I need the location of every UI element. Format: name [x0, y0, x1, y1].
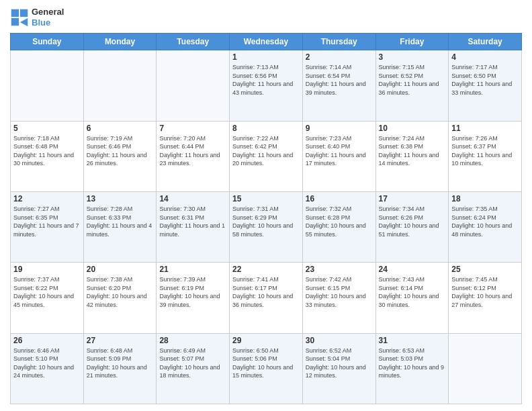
calendar-cell — [83, 50, 157, 121]
logo: General Blue — [10, 7, 64, 28]
day-number: 15 — [232, 194, 300, 203]
day-info: Sunrise: 7:31 AM Sunset: 6:29 PM Dayligh… — [232, 205, 300, 238]
day-info: Sunrise: 7:18 AM Sunset: 6:48 PM Dayligh… — [13, 134, 81, 168]
logo-text: General Blue — [32, 7, 64, 28]
calendar-cell: 8Sunrise: 7:22 AM Sunset: 6:42 PM Daylig… — [230, 121, 303, 191]
day-number: 2 — [306, 52, 373, 62]
calendar-cell: 21Sunrise: 7:39 AM Sunset: 6:19 PM Dayli… — [157, 263, 230, 333]
calendar-table: Sunday Monday Tuesday Wednesday Thursday… — [10, 33, 522, 404]
day-number: 28 — [159, 336, 226, 345]
day-info: Sunrise: 6:49 AM Sunset: 5:07 PM Dayligh… — [159, 347, 226, 380]
day-info: Sunrise: 7:13 AM Sunset: 6:56 PM Dayligh… — [232, 63, 300, 97]
day-number: 9 — [306, 124, 373, 133]
calendar-cell: 24Sunrise: 7:43 AM Sunset: 6:14 PM Dayli… — [375, 263, 449, 333]
day-number: 7 — [159, 124, 226, 133]
calendar-cell: 2Sunrise: 7:14 AM Sunset: 6:54 PM Daylig… — [302, 50, 375, 121]
day-info: Sunrise: 7:37 AM Sunset: 6:22 PM Dayligh… — [13, 275, 81, 309]
calendar-cell: 15Sunrise: 7:31 AM Sunset: 6:29 PM Dayli… — [230, 191, 303, 262]
calendar-cell: 16Sunrise: 7:32 AM Sunset: 6:28 PM Dayli… — [302, 191, 375, 262]
day-number: 19 — [13, 265, 81, 274]
svg-rect-0 — [11, 9, 19, 16]
calendar-cell: 19Sunrise: 7:37 AM Sunset: 6:22 PM Dayli… — [11, 263, 84, 333]
calendar-cell: 30Sunrise: 6:52 AM Sunset: 5:04 PM Dayli… — [302, 333, 375, 404]
day-info: Sunrise: 7:41 AM Sunset: 6:17 PM Dayligh… — [232, 275, 300, 309]
calendar-cell — [157, 50, 230, 121]
calendar-week-3: 12Sunrise: 7:27 AM Sunset: 6:35 PM Dayli… — [11, 191, 522, 262]
day-info: Sunrise: 7:39 AM Sunset: 6:19 PM Dayligh… — [159, 275, 226, 309]
calendar-cell: 13Sunrise: 7:28 AM Sunset: 6:33 PM Dayli… — [83, 191, 157, 262]
calendar-cell: 31Sunrise: 6:53 AM Sunset: 5:03 PM Dayli… — [375, 333, 449, 404]
day-number: 23 — [306, 265, 373, 274]
calendar-header-row: Sunday Monday Tuesday Wednesday Thursday… — [11, 34, 522, 50]
calendar-week-1: 1Sunrise: 7:13 AM Sunset: 6:56 PM Daylig… — [11, 50, 522, 121]
calendar-cell: 14Sunrise: 7:30 AM Sunset: 6:31 PM Dayli… — [157, 191, 230, 262]
day-info: Sunrise: 7:43 AM Sunset: 6:14 PM Dayligh… — [379, 275, 446, 309]
day-number: 27 — [87, 336, 154, 345]
calendar-cell: 1Sunrise: 7:13 AM Sunset: 6:56 PM Daylig… — [230, 50, 303, 121]
calendar-cell: 6Sunrise: 7:19 AM Sunset: 6:46 PM Daylig… — [83, 121, 157, 191]
day-info: Sunrise: 7:27 AM Sunset: 6:35 PM Dayligh… — [13, 205, 81, 238]
day-number: 22 — [232, 265, 300, 274]
col-sunday: Sunday — [11, 34, 84, 50]
day-number: 4 — [451, 52, 519, 62]
calendar-cell: 7Sunrise: 7:20 AM Sunset: 6:44 PM Daylig… — [157, 121, 230, 191]
day-info: Sunrise: 7:24 AM Sunset: 6:38 PM Dayligh… — [379, 134, 446, 168]
calendar-cell: 12Sunrise: 7:27 AM Sunset: 6:35 PM Dayli… — [11, 191, 84, 262]
day-info: Sunrise: 7:34 AM Sunset: 6:26 PM Dayligh… — [379, 205, 446, 238]
day-info: Sunrise: 6:53 AM Sunset: 5:03 PM Dayligh… — [379, 347, 446, 380]
calendar-cell: 28Sunrise: 6:49 AM Sunset: 5:07 PM Dayli… — [157, 333, 230, 404]
day-number: 3 — [379, 52, 446, 62]
day-number: 25 — [451, 265, 519, 274]
day-number: 13 — [87, 194, 154, 203]
svg-rect-1 — [20, 9, 28, 16]
calendar-cell: 10Sunrise: 7:24 AM Sunset: 6:38 PM Dayli… — [375, 121, 449, 191]
day-number: 14 — [159, 194, 226, 203]
day-info: Sunrise: 7:19 AM Sunset: 6:46 PM Dayligh… — [87, 134, 154, 168]
day-info: Sunrise: 7:28 AM Sunset: 6:33 PM Dayligh… — [87, 205, 154, 238]
calendar-cell: 25Sunrise: 7:45 AM Sunset: 6:12 PM Dayli… — [449, 263, 522, 333]
col-saturday: Saturday — [449, 34, 522, 50]
calendar-week-4: 19Sunrise: 7:37 AM Sunset: 6:22 PM Dayli… — [11, 263, 522, 333]
calendar-cell: 29Sunrise: 6:50 AM Sunset: 5:06 PM Dayli… — [230, 333, 303, 404]
day-info: Sunrise: 6:52 AM Sunset: 5:04 PM Dayligh… — [306, 347, 373, 380]
svg-marker-3 — [20, 17, 28, 26]
calendar-cell: 4Sunrise: 7:17 AM Sunset: 6:50 PM Daylig… — [449, 50, 522, 121]
day-info: Sunrise: 7:26 AM Sunset: 6:37 PM Dayligh… — [451, 134, 519, 168]
calendar-cell: 3Sunrise: 7:15 AM Sunset: 6:52 PM Daylig… — [375, 50, 449, 121]
day-info: Sunrise: 7:15 AM Sunset: 6:52 PM Dayligh… — [379, 63, 446, 97]
logo-icon — [10, 8, 29, 27]
day-info: Sunrise: 7:30 AM Sunset: 6:31 PM Dayligh… — [159, 205, 226, 238]
day-number: 29 — [232, 336, 300, 345]
day-info: Sunrise: 7:20 AM Sunset: 6:44 PM Dayligh… — [159, 134, 226, 168]
calendar-cell — [449, 333, 522, 404]
day-number: 30 — [306, 336, 373, 345]
day-info: Sunrise: 7:35 AM Sunset: 6:24 PM Dayligh… — [451, 205, 519, 238]
day-info: Sunrise: 6:48 AM Sunset: 5:09 PM Dayligh… — [87, 347, 154, 380]
day-number: 20 — [87, 265, 154, 274]
col-thursday: Thursday — [302, 34, 375, 50]
header: General Blue — [10, 7, 522, 28]
day-number: 12 — [13, 194, 81, 203]
day-info: Sunrise: 7:42 AM Sunset: 6:15 PM Dayligh… — [306, 275, 373, 309]
calendar-week-5: 26Sunrise: 6:46 AM Sunset: 5:10 PM Dayli… — [11, 333, 522, 404]
day-number: 10 — [379, 124, 446, 133]
day-info: Sunrise: 7:14 AM Sunset: 6:54 PM Dayligh… — [306, 63, 373, 97]
day-info: Sunrise: 6:46 AM Sunset: 5:10 PM Dayligh… — [13, 347, 81, 380]
calendar-cell: 9Sunrise: 7:23 AM Sunset: 6:40 PM Daylig… — [302, 121, 375, 191]
day-number: 16 — [306, 194, 373, 203]
col-friday: Friday — [375, 34, 449, 50]
page: General Blue Sunday Monday Tuesday Wedne… — [0, 0, 532, 411]
day-number: 31 — [379, 336, 446, 345]
day-info: Sunrise: 7:17 AM Sunset: 6:50 PM Dayligh… — [451, 63, 519, 97]
calendar-cell: 22Sunrise: 7:41 AM Sunset: 6:17 PM Dayli… — [230, 263, 303, 333]
day-number: 21 — [159, 265, 226, 274]
calendar-cell: 27Sunrise: 6:48 AM Sunset: 5:09 PM Dayli… — [83, 333, 157, 404]
day-number: 11 — [451, 124, 519, 133]
day-info: Sunrise: 7:45 AM Sunset: 6:12 PM Dayligh… — [451, 275, 519, 309]
day-number: 18 — [451, 194, 519, 203]
day-number: 26 — [13, 336, 81, 345]
day-number: 1 — [232, 52, 300, 62]
calendar-cell: 11Sunrise: 7:26 AM Sunset: 6:37 PM Dayli… — [449, 121, 522, 191]
day-number: 24 — [379, 265, 446, 274]
day-info: Sunrise: 7:38 AM Sunset: 6:20 PM Dayligh… — [87, 275, 154, 309]
